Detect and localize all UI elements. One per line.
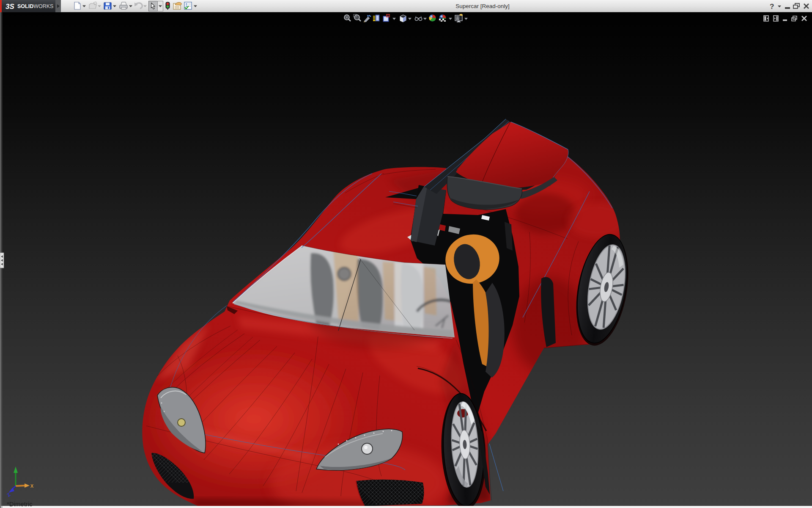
svg-text:SOLIDWORKS: SOLIDWORKS — [17, 3, 53, 9]
svg-text:*Dimetric: *Dimetric — [7, 500, 33, 508]
svg-text:X: X — [30, 483, 34, 489]
svg-text:?: ? — [770, 3, 774, 11]
svg-text:Supercar [Read-only]: Supercar [Read-only] — [455, 3, 510, 9]
svg-text:3S: 3S — [5, 3, 14, 11]
